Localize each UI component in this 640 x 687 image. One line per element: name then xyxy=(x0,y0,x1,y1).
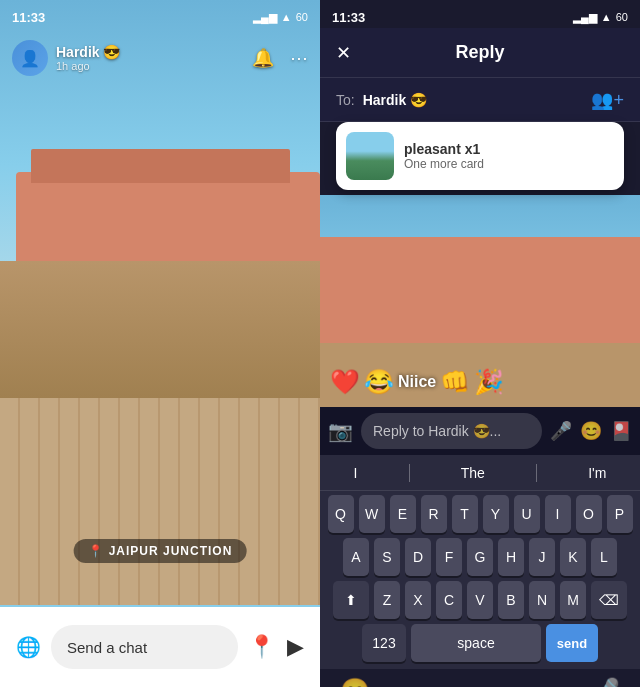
sticker-niice: Niice xyxy=(398,373,436,391)
key-a[interactable]: A xyxy=(343,538,369,576)
camera-icon[interactable]: 📷 xyxy=(328,419,353,443)
status-bar-right: 11:33 ▂▄▆ ▲ 60 xyxy=(320,0,640,28)
sticker-fist: 👊 xyxy=(440,368,470,396)
reply-input-bar: 📷 Reply to Hardik 😎... 🎤 😊 🎴 xyxy=(320,407,640,455)
left-panel: 11:33 ▂▄▆ ▲ 60 👤 Hardik 😎 1h ago 🔔 ⋯ 📍 J… xyxy=(0,0,320,687)
key-row-1: Q W E R T Y U I O P xyxy=(323,495,637,533)
key-r[interactable]: R xyxy=(421,495,447,533)
key-p[interactable]: P xyxy=(607,495,633,533)
divider-1 xyxy=(409,464,410,482)
keyboard-bottom-bar: 😊 🎤 xyxy=(320,669,640,687)
reply-input-field[interactable]: Reply to Hardik 😎... xyxy=(361,413,542,449)
keyboard: I The I'm Q W E R T Y U I O P A xyxy=(320,455,640,687)
divider-2 xyxy=(536,464,537,482)
autocomplete-the[interactable]: The xyxy=(445,465,501,481)
key-n[interactable]: N xyxy=(529,581,555,619)
key-q[interactable]: Q xyxy=(328,495,354,533)
key-123[interactable]: 123 xyxy=(362,624,406,662)
sticker-heart: ❤️ xyxy=(330,368,360,396)
emoji-input-icon[interactable]: 😊 xyxy=(580,420,602,442)
autocomplete-im[interactable]: I'm xyxy=(572,465,622,481)
keyboard-emoji-icon[interactable]: 😊 xyxy=(340,677,370,687)
to-label: To: xyxy=(336,92,355,108)
snap-title: pleasant x1 xyxy=(404,141,614,157)
autocomplete-row: I The I'm xyxy=(320,455,640,491)
key-row-3: ⬆ Z X C V B N M ⌫ xyxy=(323,581,637,619)
key-t[interactable]: T xyxy=(452,495,478,533)
user-info: Hardik 😎 1h ago xyxy=(56,44,120,72)
user-name: Hardik 😎 xyxy=(56,44,120,60)
key-v[interactable]: V xyxy=(467,581,493,619)
keyboard-rows: Q W E R T Y U I O P A S D F G H J K xyxy=(320,491,640,669)
snap-card[interactable]: pleasant x1 One more card xyxy=(336,122,624,190)
key-m[interactable]: M xyxy=(560,581,586,619)
sticker-laugh: 😂 xyxy=(364,368,394,396)
pavement xyxy=(0,398,320,604)
add-friend-icon[interactable]: 👥+ xyxy=(591,89,624,111)
key-z[interactable]: Z xyxy=(374,581,400,619)
story-user[interactable]: 👤 Hardik 😎 1h ago xyxy=(12,40,120,76)
key-s[interactable]: S xyxy=(374,538,400,576)
keyboard-mic-icon[interactable]: 🎤 xyxy=(590,677,620,687)
shift-key[interactable]: ⬆ xyxy=(333,581,369,619)
right-building xyxy=(320,237,640,354)
key-h[interactable]: H xyxy=(498,538,524,576)
space-key[interactable]: space xyxy=(411,624,541,662)
key-o[interactable]: O xyxy=(576,495,602,533)
key-f[interactable]: F xyxy=(436,538,462,576)
key-g[interactable]: G xyxy=(467,538,493,576)
snap-thumb-bg xyxy=(346,132,394,180)
location-action-icon[interactable]: 📍 xyxy=(248,634,275,660)
key-e[interactable]: E xyxy=(390,495,416,533)
status-icons-right: ▂▄▆ ▲ 60 xyxy=(573,11,628,24)
wifi-icon-right: ▲ xyxy=(601,11,612,23)
signal-icon-left: ▂▄▆ xyxy=(253,11,277,24)
bottom-icons-left: 📍 ▶ xyxy=(248,634,304,660)
status-icons-left: ▂▄▆ ▲ 60 xyxy=(253,11,308,24)
status-bar-left: 11:33 ▂▄▆ ▲ 60 xyxy=(0,0,320,28)
bell-icon[interactable]: 🔔 xyxy=(252,47,274,69)
key-x[interactable]: X xyxy=(405,581,431,619)
key-c[interactable]: C xyxy=(436,581,462,619)
key-u[interactable]: U xyxy=(514,495,540,533)
snap-thumbnail xyxy=(346,132,394,180)
key-b[interactable]: B xyxy=(498,581,524,619)
close-button[interactable]: ✕ xyxy=(336,42,351,64)
battery-left: 60 xyxy=(296,11,308,23)
location-pin-icon: 📍 xyxy=(88,544,104,558)
autocomplete-i[interactable]: I xyxy=(338,465,374,481)
send-key[interactable]: send xyxy=(546,624,598,662)
key-l[interactable]: L xyxy=(591,538,617,576)
sticker-input-icon[interactable]: 🎴 xyxy=(610,420,632,442)
bottom-bar-left: 🌐 Send a chat 📍 ▶ xyxy=(0,607,320,687)
status-time-left: 11:33 xyxy=(12,10,45,25)
snap-info: pleasant x1 One more card xyxy=(404,141,614,171)
snap-subtitle: One more card xyxy=(404,157,614,171)
reply-title: Reply xyxy=(455,42,504,63)
mic-icon[interactable]: 🎤 xyxy=(550,420,572,442)
location-tag: 📍 JAIPUR JUNCTION xyxy=(74,539,247,563)
user-time: 1h ago xyxy=(56,60,120,72)
key-j[interactable]: J xyxy=(529,538,555,576)
story-background xyxy=(0,0,320,687)
key-row-2: A S D F G H J K L xyxy=(323,538,637,576)
to-bar: To: Hardik 😎 👥+ xyxy=(320,78,640,122)
battery-right: 60 xyxy=(616,11,628,23)
status-time-right: 11:33 xyxy=(332,10,365,25)
story-actions: 🔔 ⋯ xyxy=(252,47,308,69)
story-header: 👤 Hardik 😎 1h ago 🔔 ⋯ xyxy=(0,32,320,84)
input-right-icons: 🎤 😊 🎴 xyxy=(550,420,632,442)
chat-input-area[interactable]: Send a chat xyxy=(51,625,238,669)
key-d[interactable]: D xyxy=(405,538,431,576)
signal-icon-right: ▂▄▆ xyxy=(573,11,597,24)
key-i[interactable]: I xyxy=(545,495,571,533)
backspace-key[interactable]: ⌫ xyxy=(591,581,627,619)
key-y[interactable]: Y xyxy=(483,495,509,533)
globe-icon[interactable]: 🌐 xyxy=(16,635,41,659)
key-w[interactable]: W xyxy=(359,495,385,533)
key-k[interactable]: K xyxy=(560,538,586,576)
send-chat-icon[interactable]: ▶ xyxy=(287,634,304,660)
location-name: JAIPUR JUNCTION xyxy=(109,544,233,558)
more-icon[interactable]: ⋯ xyxy=(290,47,308,69)
reply-placeholder: Reply to Hardik 😎... xyxy=(373,423,501,439)
